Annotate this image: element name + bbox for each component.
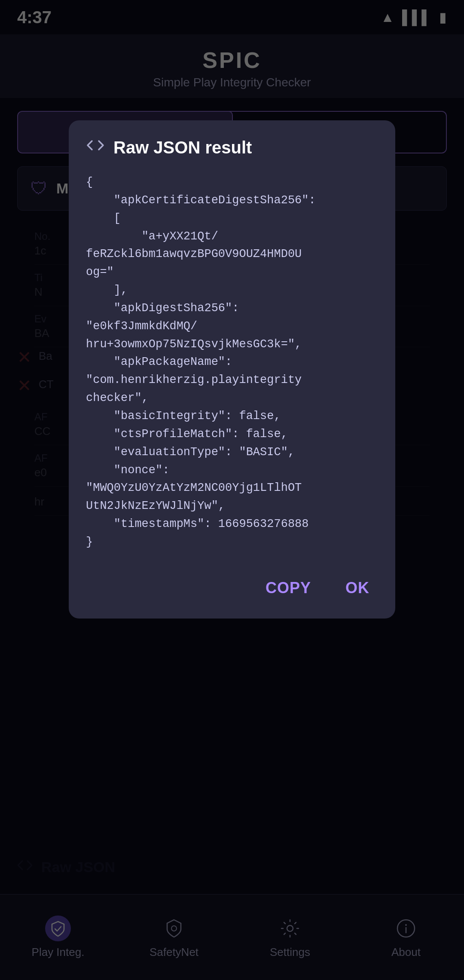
- copy-button[interactable]: Copy: [257, 573, 320, 603]
- dialog-title: Raw JSON result: [113, 138, 252, 157]
- dialog-overlay: Raw JSON result { "apkCertificateDigestS…: [0, 0, 464, 980]
- dialog-body: { "apkCertificateDigestSha256": [ "a+yXX…: [69, 169, 395, 564]
- dialog: Raw JSON result { "apkCertificateDigestS…: [69, 120, 395, 619]
- json-content: { "apkCertificateDigestSha256": [ "a+yXX…: [86, 174, 378, 551]
- dialog-header: Raw JSON result: [69, 120, 395, 169]
- dialog-actions: Copy OK: [69, 564, 395, 619]
- ok-button[interactable]: OK: [337, 573, 378, 603]
- code-icon: [86, 136, 105, 159]
